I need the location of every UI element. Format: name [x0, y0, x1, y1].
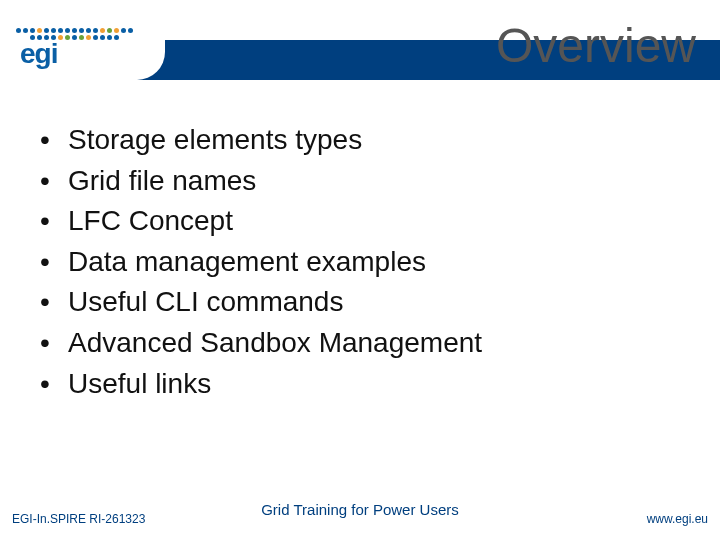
logo: egi [14, 6, 154, 70]
list-item-label: Grid file names [68, 161, 256, 202]
footer-right-link[interactable]: www.egi.eu [647, 512, 708, 526]
list-item-label: Useful links [68, 364, 211, 405]
list-item-label: LFC Concept [68, 201, 233, 242]
bullet-icon: • [40, 201, 68, 242]
bullet-list: •Storage elements types •Grid file names… [40, 120, 680, 404]
logo-dots-icon [14, 6, 134, 40]
logo-text: egi [20, 38, 154, 70]
list-item: •LFC Concept [40, 201, 680, 242]
list-item-label: Storage elements types [68, 120, 362, 161]
list-item-label: Data management examples [68, 242, 426, 283]
list-item: •Storage elements types [40, 120, 680, 161]
footer: EGI-In.SPIRE RI-261323 Grid Training for… [0, 500, 720, 526]
bullet-icon: • [40, 242, 68, 283]
list-item-label: Useful CLI commands [68, 282, 343, 323]
bullet-icon: • [40, 364, 68, 405]
list-item-label: Advanced Sandbox Management [68, 323, 482, 364]
bullet-icon: • [40, 161, 68, 202]
footer-center-text: Grid Training for Power Users [0, 501, 720, 518]
bullet-icon: • [40, 120, 68, 161]
slide: egi Overview •Storage elements types •Gr… [0, 0, 720, 540]
slide-title: Overview [496, 18, 696, 73]
bullet-icon: • [40, 282, 68, 323]
list-item: •Advanced Sandbox Management [40, 323, 680, 364]
bullet-icon: • [40, 323, 68, 364]
list-item: •Data management examples [40, 242, 680, 283]
list-item: •Grid file names [40, 161, 680, 202]
list-item: •Useful links [40, 364, 680, 405]
content-area: •Storage elements types •Grid file names… [40, 120, 680, 404]
list-item: •Useful CLI commands [40, 282, 680, 323]
